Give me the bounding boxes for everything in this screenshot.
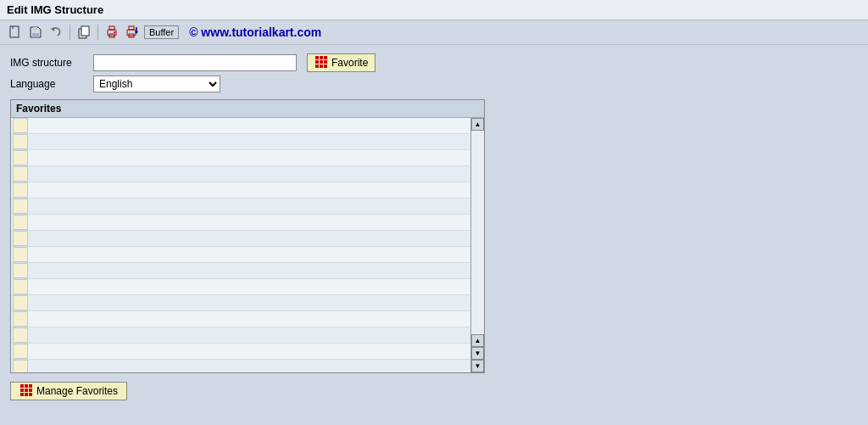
svg-rect-22 — [315, 64, 319, 68]
title-bar: Edit IMG Structure — [0, 0, 868, 20]
svg-rect-16 — [315, 56, 319, 59]
row-checkbox[interactable] — [13, 295, 28, 310]
row-content — [30, 344, 470, 359]
row-content — [30, 150, 470, 165]
svg-rect-31 — [20, 393, 24, 396]
svg-rect-6 — [81, 26, 89, 36]
table-row — [11, 279, 470, 295]
svg-rect-18 — [324, 56, 327, 59]
table-row — [11, 134, 470, 150]
favorites-panel: Favorites ▲ — [10, 99, 485, 373]
row-checkbox[interactable] — [13, 150, 28, 165]
language-select[interactable]: English German French Spanish — [93, 75, 220, 92]
row-checkbox[interactable] — [13, 199, 28, 214]
table-row — [11, 199, 470, 215]
row-checkbox[interactable] — [13, 118, 28, 133]
row-content — [30, 311, 470, 327]
favorite-button[interactable]: Favorite — [307, 53, 376, 72]
row-content — [30, 199, 470, 214]
svg-rect-32 — [25, 393, 28, 396]
table-row — [11, 295, 470, 311]
img-structure-label: IMG structure — [10, 57, 86, 69]
language-row: Language English German French Spanish — [10, 75, 858, 92]
buffer-button[interactable]: Buffer — [144, 25, 179, 39]
page-title: Edit IMG Structure — [7, 3, 103, 16]
row-content — [30, 118, 470, 133]
scroll-down-bottom[interactable]: ▼ — [471, 360, 484, 372]
svg-point-10 — [114, 31, 115, 33]
row-checkbox[interactable] — [13, 247, 28, 262]
row-checkbox[interactable] — [13, 231, 28, 246]
svg-rect-12 — [129, 26, 134, 30]
manage-favorites-icon — [19, 383, 33, 400]
table-row — [11, 311, 470, 327]
svg-rect-33 — [29, 393, 32, 396]
row-checkbox[interactable] — [13, 215, 28, 230]
toolbar-separator-1 — [70, 25, 70, 40]
svg-rect-17 — [320, 56, 323, 59]
row-content — [30, 327, 470, 343]
row-checkbox[interactable] — [13, 134, 28, 149]
manage-favorites-label: Manage Favorites — [36, 385, 118, 397]
row-checkbox[interactable] — [13, 360, 28, 372]
svg-rect-27 — [29, 384, 32, 388]
scroll-track — [471, 131, 484, 334]
table-row — [11, 344, 470, 360]
table-row — [11, 182, 470, 199]
row-content — [30, 182, 470, 198]
row-content — [30, 231, 470, 246]
favorite-grid-icon — [314, 55, 328, 71]
row-content — [30, 279, 470, 294]
favorite-button-label: Favorite — [331, 57, 368, 69]
row-checkbox[interactable] — [13, 263, 28, 278]
language-label: Language — [10, 78, 86, 90]
save-icon[interactable] — [27, 24, 44, 41]
row-content — [30, 247, 470, 262]
svg-rect-19 — [315, 60, 319, 64]
undo-icon[interactable] — [47, 24, 64, 41]
img-structure-input[interactable] — [93, 54, 297, 71]
manage-favorites-button[interactable]: Manage Favorites — [10, 382, 127, 400]
row-checkbox[interactable] — [13, 279, 28, 294]
svg-rect-2 — [32, 33, 39, 37]
copy-doc-icon[interactable] — [75, 24, 92, 41]
row-checkbox[interactable] — [13, 166, 28, 182]
svg-rect-30 — [29, 389, 32, 392]
favorites-rows — [11, 118, 470, 372]
row-checkbox[interactable] — [13, 182, 28, 198]
row-content — [30, 166, 470, 182]
table-row — [11, 166, 470, 182]
main-content: IMG structure Favorite Language — [0, 45, 868, 409]
vertical-scrollbar[interactable]: ▲ ▲ ▼ ▼ — [470, 118, 484, 372]
row-checkbox[interactable] — [13, 327, 28, 343]
svg-marker-4 — [51, 27, 54, 31]
export-icon[interactable] — [124, 24, 141, 41]
svg-rect-26 — [25, 384, 28, 388]
table-row — [11, 231, 470, 247]
svg-rect-23 — [320, 64, 323, 68]
table-row — [11, 360, 470, 372]
svg-rect-29 — [25, 389, 28, 392]
favorites-header: Favorites — [11, 100, 484, 118]
print-icon[interactable] — [103, 24, 120, 41]
img-structure-row: IMG structure Favorite — [10, 53, 858, 72]
row-content — [30, 134, 470, 149]
svg-rect-25 — [20, 384, 24, 388]
scroll-down-button-top[interactable]: ▲ — [471, 334, 484, 347]
svg-rect-0 — [10, 26, 19, 37]
row-content — [30, 295, 470, 310]
watermark-text: © www.tutorialkart.com — [189, 25, 321, 39]
row-checkbox[interactable] — [13, 344, 28, 359]
scroll-down-button[interactable]: ▼ — [471, 347, 484, 360]
toolbar-separator-2 — [97, 25, 98, 40]
table-row — [11, 118, 470, 134]
new-icon[interactable] — [7, 24, 24, 41]
row-checkbox[interactable] — [13, 311, 28, 327]
table-row — [11, 263, 470, 279]
row-content — [30, 263, 470, 278]
scroll-up-button[interactable]: ▲ — [471, 118, 484, 131]
table-row — [11, 247, 470, 263]
svg-rect-3 — [33, 27, 37, 31]
row-content — [30, 360, 470, 372]
favorites-body: ▲ ▲ ▼ ▼ — [11, 118, 484, 372]
